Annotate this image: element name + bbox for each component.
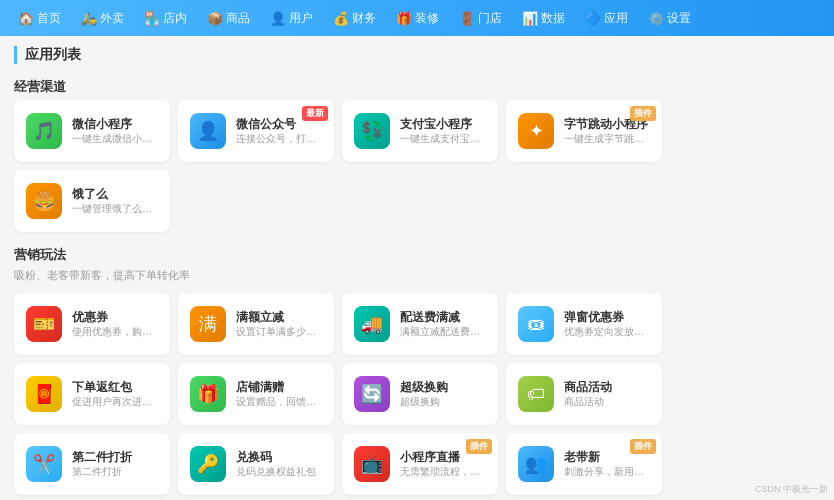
card-name-下单返红包: 下单返红包: [72, 380, 158, 396]
card-微信公众号[interactable]: 👤微信公众号连接公众号，打通微信最新: [178, 100, 334, 162]
nav-icon-外卖: 🛵: [81, 11, 97, 26]
nav-label-装修: 装修: [415, 10, 439, 27]
card-icon-小程序直播: 📺: [354, 446, 390, 482]
card-配送费满减[interactable]: 🚚配送费满减满额立减配送费，提高…: [342, 293, 498, 355]
nav-label-商品: 商品: [226, 10, 250, 27]
section-0: 经营渠道🎵微信小程序一键生成微信小程序👤微信公众号连接公众号，打通微信最新💱支付…: [14, 78, 820, 232]
card-店铺满赠[interactable]: 🎁店铺满赠设置赠品，回馈用户: [178, 363, 334, 425]
card-text-配送费满减: 配送费满减满额立减配送费，提高…: [400, 310, 486, 339]
nav-label-外卖: 外卖: [100, 10, 124, 27]
card-支付宝小程序[interactable]: 💱支付宝小程序一键生成支付宝小程序: [342, 100, 498, 162]
nav-label-首页: 首页: [37, 10, 61, 27]
nav-icon-数据: 📊: [522, 11, 538, 26]
card-name-饿了么: 饿了么: [72, 187, 158, 203]
nav-item-用户[interactable]: 👤用户: [260, 0, 323, 36]
card-badge-小程序直播: 插件: [466, 439, 492, 454]
card-text-下单返红包: 下单返红包促进用户再次进店下单…: [72, 380, 158, 409]
nav-icon-财务: 💰: [333, 11, 349, 26]
card-第二件打折[interactable]: ✂️第二件打折第二件打折: [14, 433, 170, 495]
nav-icon-首页: 🏠: [18, 11, 34, 26]
card-name-微信小程序: 微信小程序: [72, 117, 158, 133]
card-超级换购[interactable]: 🔄超级换购超级换购: [342, 363, 498, 425]
card-icon-支付宝小程序: 💱: [354, 113, 390, 149]
card-name-第二件打折: 第二件打折: [72, 450, 158, 466]
card-desc-支付宝小程序: 一键生成支付宝小程序: [400, 132, 486, 145]
section-title-1: 营销玩法: [14, 246, 820, 264]
card-text-满额立减: 满额立减设置订单满多少金额享…: [236, 310, 322, 339]
nav-label-财务: 财务: [352, 10, 376, 27]
card-饿了么[interactable]: 🍔饿了么一键管理饿了么平台订单: [14, 170, 170, 232]
nav-item-店内[interactable]: 🏪店内: [134, 0, 197, 36]
card-老带新[interactable]: 👥老带新刺激分享，新用户快速…插件: [506, 433, 662, 495]
nav-icon-用户: 👤: [270, 11, 286, 26]
card-desc-商品活动: 商品活动: [564, 395, 650, 408]
card-字节跳动小程序[interactable]: ✦字节跳动小程序一键生成字节跳动小程序插件: [506, 100, 662, 162]
nav-label-应用: 应用: [604, 10, 628, 27]
card-icon-店铺满赠: 🎁: [190, 376, 226, 412]
card-icon-字节跳动小程序: ✦: [518, 113, 554, 149]
nav-label-数据: 数据: [541, 10, 565, 27]
card-text-小程序直播: 小程序直播无需繁琐流程，一键开…: [400, 450, 486, 479]
card-name-配送费满减: 配送费满减: [400, 310, 486, 326]
card-text-饿了么: 饿了么一键管理饿了么平台订单: [72, 187, 158, 216]
nav-item-首页[interactable]: 🏠首页: [8, 0, 71, 36]
card-name-支付宝小程序: 支付宝小程序: [400, 117, 486, 133]
card-desc-超级换购: 超级换购: [400, 395, 486, 408]
nav-item-装修[interactable]: 🎁装修: [386, 0, 449, 36]
card-text-优惠券: 优惠券使用优惠券，购物有优惠: [72, 310, 158, 339]
section-title-0: 经营渠道: [14, 78, 820, 96]
card-text-店铺满赠: 店铺满赠设置赠品，回馈用户: [236, 380, 322, 409]
nav-item-商品[interactable]: 📦商品: [197, 0, 260, 36]
card-微信小程序[interactable]: 🎵微信小程序一键生成微信小程序: [14, 100, 170, 162]
card-下单返红包[interactable]: 🧧下单返红包促进用户再次进店下单…: [14, 363, 170, 425]
card-text-支付宝小程序: 支付宝小程序一键生成支付宝小程序: [400, 117, 486, 146]
nav-item-门店[interactable]: 🚪门店: [449, 0, 512, 36]
card-text-第二件打折: 第二件打折第二件打折: [72, 450, 158, 479]
card-desc-店铺满赠: 设置赠品，回馈用户: [236, 395, 322, 408]
nav-item-外卖[interactable]: 🛵外卖: [71, 0, 134, 36]
card-desc-第二件打折: 第二件打折: [72, 465, 158, 478]
card-badge-老带新: 插件: [630, 439, 656, 454]
card-text-字节跳动小程序: 字节跳动小程序一键生成字节跳动小程序: [564, 117, 650, 146]
card-text-超级换购: 超级换购超级换购: [400, 380, 486, 409]
card-商品活动[interactable]: 🏷商品活动商品活动: [506, 363, 662, 425]
card-icon-老带新: 👥: [518, 446, 554, 482]
card-name-优惠券: 优惠券: [72, 310, 158, 326]
card-name-满额立减: 满额立减: [236, 310, 322, 326]
nav-icon-应用: 🔷: [585, 11, 601, 26]
card-name-店铺满赠: 店铺满赠: [236, 380, 322, 396]
card-desc-老带新: 刺激分享，新用户快速…: [564, 465, 650, 478]
card-兑换码[interactable]: 🔑兑换码兑码兑换权益礼包: [178, 433, 334, 495]
nav-icon-装修: 🎁: [396, 11, 412, 26]
watermark: CSDN 中极光一新: [755, 483, 828, 496]
card-icon-商品活动: 🏷: [518, 376, 554, 412]
card-text-弹窗优惠券: 弹窗优惠券优惠券定向发放神器: [564, 310, 650, 339]
card-弹窗优惠券[interactable]: 🎟弹窗优惠券优惠券定向发放神器: [506, 293, 662, 355]
card-name-商品活动: 商品活动: [564, 380, 650, 396]
main-content: 应用列表 经营渠道🎵微信小程序一键生成微信小程序👤微信公众号连接公众号，打通微信…: [0, 36, 834, 500]
nav-item-应用[interactable]: 🔷应用: [575, 0, 638, 36]
nav-icon-门店: 🚪: [459, 11, 475, 26]
card-满额立减[interactable]: 满满额立减设置订单满多少金额享…: [178, 293, 334, 355]
nav-item-数据[interactable]: 📊数据: [512, 0, 575, 36]
card-desc-微信小程序: 一键生成微信小程序: [72, 132, 158, 145]
card-小程序直播[interactable]: 📺小程序直播无需繁琐流程，一键开…插件: [342, 433, 498, 495]
nav-item-财务[interactable]: 💰财务: [323, 0, 386, 36]
card-优惠券[interactable]: 🎫优惠券使用优惠券，购物有优惠: [14, 293, 170, 355]
card-icon-弹窗优惠券: 🎟: [518, 306, 554, 342]
card-text-微信公众号: 微信公众号连接公众号，打通微信: [236, 117, 322, 146]
card-desc-下单返红包: 促进用户再次进店下单…: [72, 395, 158, 408]
card-name-兑换码: 兑换码: [236, 450, 322, 466]
card-desc-弹窗优惠券: 优惠券定向发放神器: [564, 325, 650, 338]
card-text-商品活动: 商品活动商品活动: [564, 380, 650, 409]
card-text-兑换码: 兑换码兑码兑换权益礼包: [236, 450, 322, 479]
card-desc-小程序直播: 无需繁琐流程，一键开…: [400, 465, 486, 478]
card-icon-兑换码: 🔑: [190, 446, 226, 482]
card-icon-饿了么: 🍔: [26, 183, 62, 219]
cards-grid-1: 🎫优惠券使用优惠券，购物有优惠满满额立减设置订单满多少金额享…🚚配送费满减满额立…: [14, 293, 820, 500]
card-icon-配送费满减: 🚚: [354, 306, 390, 342]
card-icon-满额立减: 满: [190, 306, 226, 342]
nav-icon-店内: 🏪: [144, 11, 160, 26]
nav-label-用户: 用户: [289, 10, 313, 27]
nav-item-设置[interactable]: ⚙️设置: [638, 0, 701, 36]
